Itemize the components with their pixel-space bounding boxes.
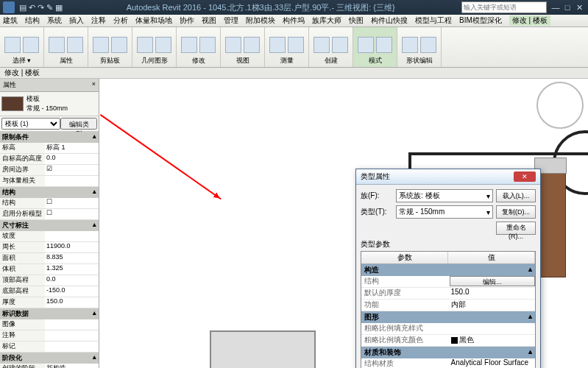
props-row[interactable]: 房间边界☑ — [0, 165, 99, 176]
props-category[interactable]: 标识数据▴ — [0, 308, 99, 319]
menu-bar[interactable]: 建筑结构系统插入注释分析体量和场地协作视图管理附加模块构件坞族库大师快图构件山快… — [0, 15, 588, 27]
props-row[interactable]: 启用分析模型☐ — [0, 209, 99, 220]
duplicate-button[interactable]: 复制(D)... — [496, 205, 536, 219]
menu-tab[interactable]: BIM模型深化 — [459, 15, 502, 26]
properties-palette: 属性× 楼板常规 - 150mm 楼板 (1) 编辑类型 限制条件▴标高标高 1… — [0, 79, 99, 368]
menu-tab[interactable]: 族库大师 — [312, 15, 341, 26]
props-row[interactable]: 周长11900.0 — [0, 242, 99, 253]
param-row[interactable]: 粗略比例填充颜色黑色 — [361, 335, 535, 347]
param-category[interactable]: 材质和装饰▴ — [361, 347, 535, 358]
window-buttons[interactable]: —□✕ — [550, 3, 585, 13]
ribbon-group[interactable]: 选择 ▾ — [0, 27, 44, 67]
menu-tab[interactable]: 构件山快搜 — [371, 15, 408, 26]
param-category[interactable]: 图形▴ — [361, 311, 535, 323]
ribbon-toolbar[interactable]: 选择 ▾属性剪贴板几何图形修改视图测量创建模式形状编辑 — [0, 27, 588, 68]
props-row[interactable]: 底部高程-150.0 — [0, 286, 99, 297]
type-selector[interactable]: 楼板常规 - 150mm — [0, 92, 99, 116]
menu-tab[interactable]: 模型与工程 — [415, 15, 452, 26]
props-body: 限制条件▴标高标高 1自标高的高度偏移0.0房间边界☑与体量相关结构▴结构☐启用… — [0, 132, 99, 368]
main-area: 属性× 楼板常规 - 150mm 楼板 (1) 编辑类型 限制条件▴标高标高 1… — [0, 79, 588, 368]
menu-tab[interactable]: 注释 — [91, 15, 106, 26]
edit-struct-button[interactable]: 编辑... — [450, 276, 535, 286]
ribbon-group[interactable]: 属性 — [44, 27, 88, 67]
props-row[interactable]: 结构☐ — [0, 198, 99, 209]
type-properties-dialog: 类型属性 ✕ 族(F): 系统族: 楼板▾ 载入(L)... 类型(T): 常规… — [355, 169, 541, 368]
menu-tab[interactable]: 体量和场地 — [135, 15, 172, 26]
close-icon[interactable]: × — [92, 80, 96, 90]
param-row[interactable]: 默认的厚度150.0 — [361, 288, 535, 300]
menu-tab[interactable]: 快图 — [349, 15, 364, 26]
param-row[interactable]: 结构编辑... — [361, 276, 535, 288]
param-row[interactable]: 粗略比例填充样式 — [361, 323, 535, 335]
title-bar: ▤ ↶ ↷ ✎ ▦ Autodesk Revit 2016 - 1045.北方.… — [0, 0, 588, 15]
context-bar: 修改 | 楼板 — [0, 68, 588, 79]
props-row[interactable]: 自标高的高度偏移0.0 — [0, 154, 99, 165]
family-select[interactable]: 系统族: 楼板▾ — [396, 189, 493, 202]
menu-tab[interactable]: 附加模块 — [246, 15, 275, 26]
menu-tab[interactable]: 管理 — [224, 15, 238, 26]
menu-tab[interactable]: 协作 — [180, 15, 194, 26]
props-row[interactable]: 顶部高程0.0 — [0, 275, 99, 286]
ribbon-group[interactable]: 剪贴板 — [88, 27, 132, 67]
menu-tab[interactable]: 建筑 — [3, 15, 18, 26]
qat-icons[interactable]: ▤ ↶ ↷ ✎ ▦ — [19, 3, 63, 13]
view-cube[interactable] — [536, 82, 584, 129]
ribbon-group[interactable]: 视图 — [221, 27, 265, 67]
props-category[interactable]: 阶段化▴ — [0, 353, 99, 364]
props-row[interactable]: 创建的阶段新构造 — [0, 364, 99, 368]
ribbon-group[interactable]: 形状编辑 — [397, 27, 442, 67]
menu-tab[interactable]: 修改 | 楼板 — [509, 15, 550, 26]
menu-tab[interactable]: 视图 — [202, 15, 216, 26]
edit-type-button[interactable]: 编辑类型 — [60, 118, 97, 130]
instance-select[interactable]: 楼板 (1) — [1, 118, 60, 130]
props-row[interactable]: 坡度 — [0, 231, 99, 242]
props-row[interactable]: 注释 — [0, 330, 99, 342]
props-category[interactable]: 结构▴ — [0, 187, 99, 198]
type-params-grid[interactable]: 参数值 构造▴结构编辑...默认的厚度150.0功能内部图形▴粗略比例填充样式粗… — [361, 251, 536, 368]
props-header: 属性× — [0, 79, 99, 92]
props-row[interactable]: 面积8.835 — [0, 253, 99, 264]
ribbon-group[interactable]: 模式 — [353, 27, 397, 67]
props-category[interactable]: 尺寸标注▴ — [0, 220, 99, 231]
drawing-canvas[interactable]: 类型属性 ✕ 族(F): 系统族: 楼板▾ 载入(L)... 类型(T): 常规… — [99, 79, 588, 368]
ribbon-group[interactable]: 几何图形 — [132, 27, 177, 67]
menu-tab[interactable]: 结构 — [25, 15, 40, 26]
menu-tab[interactable]: 系统 — [47, 15, 62, 26]
props-row[interactable]: 图像 — [0, 319, 99, 330]
props-row[interactable]: 厚度150.0 — [0, 297, 99, 308]
help-search-input[interactable] — [461, 1, 547, 13]
param-category[interactable]: 构造▴ — [361, 264, 535, 276]
load-button[interactable]: 载入(L)... — [496, 189, 536, 202]
props-category[interactable]: 限制条件▴ — [0, 132, 99, 143]
type-select[interactable]: 常规 - 150mm▾ — [396, 205, 493, 219]
window-title: Autodesk Revit 2016 - 1045.北方.1梯3由.33层.户… — [63, 2, 458, 13]
app-logo — [3, 1, 15, 13]
ribbon-group[interactable]: 测量 — [265, 27, 309, 67]
param-row[interactable]: 功能内部 — [361, 300, 535, 311]
menu-tab[interactable]: 构件坞 — [283, 15, 305, 26]
props-row[interactable]: 与体量相关 — [0, 176, 99, 187]
dialog-close-button[interactable]: ✕ — [514, 171, 536, 182]
param-row[interactable]: 结构材质Analytical Floor Surface — [361, 358, 535, 368]
rename-button[interactable]: 重命名(R)... — [496, 222, 536, 235]
ribbon-group[interactable]: 修改 — [177, 27, 221, 67]
props-row[interactable]: 体积1.325 — [0, 264, 99, 275]
menu-tab[interactable]: 分析 — [113, 15, 128, 26]
menu-tab[interactable]: 插入 — [69, 15, 84, 26]
type-swatch — [1, 96, 24, 111]
props-row[interactable]: 标高标高 1 — [0, 143, 99, 154]
ribbon-group[interactable]: 创建 — [309, 27, 353, 67]
props-row[interactable]: 标记 — [0, 342, 99, 353]
dialog-titlebar[interactable]: 类型属性 ✕ — [356, 169, 540, 185]
